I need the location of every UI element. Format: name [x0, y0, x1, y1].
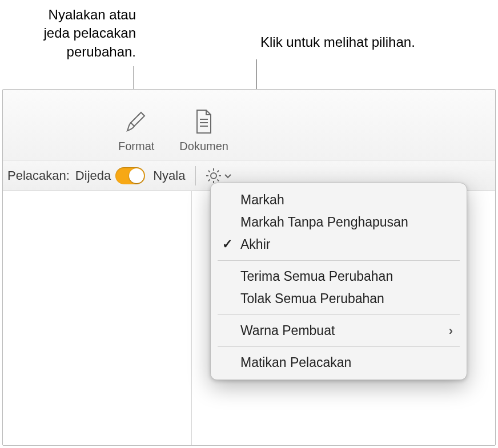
menu-item-label: Akhir	[240, 237, 270, 252]
checkmark-icon: ✓	[222, 237, 232, 252]
tracking-label: Pelacakan:	[7, 168, 71, 183]
svg-point-3	[211, 173, 216, 179]
tracking-status-paused: Dijeda	[75, 168, 111, 183]
document-split-line	[191, 191, 192, 445]
menu-item-final[interactable]: ✓ Akhir	[211, 233, 467, 256]
menu-item-label: Matikan Pelacakan	[240, 355, 351, 370]
menu-item-accept-all[interactable]: Terima Semua Perubahan	[211, 265, 467, 288]
chevron-down-icon	[223, 171, 232, 180]
menu-item-markup[interactable]: Markah	[211, 189, 467, 211]
chevron-right-icon: ›	[449, 324, 453, 338]
menu-separator	[218, 260, 460, 261]
menu-item-label: Tolak Semua Perubahan	[240, 291, 384, 306]
gear-icon	[205, 167, 222, 184]
document-button-label: Dokumen	[179, 140, 228, 153]
menu-item-label: Markah	[240, 192, 284, 208]
menu-item-label: Markah Tanpa Penghapusan	[240, 215, 408, 230]
callout-right-text: Klik untuk melihat pilihan.	[260, 34, 415, 50]
svg-line-9	[218, 179, 219, 181]
svg-line-11	[218, 170, 219, 172]
tracking-options-menu: Markah Markah Tanpa Penghapusan ✓ Akhir …	[210, 183, 467, 380]
tracking-status-on: Nyala	[150, 168, 190, 183]
menu-item-author-color[interactable]: Warna Pembuat ›	[211, 320, 467, 342]
document-icon	[189, 107, 219, 136]
menu-item-label: Warna Pembuat	[240, 323, 335, 338]
main-toolbar: Format Dokumen	[3, 90, 495, 160]
svg-line-8	[208, 170, 210, 172]
tracking-toggle-knob	[129, 168, 144, 183]
separator	[195, 166, 196, 185]
callout-right: Klik untuk melihat pilihan.	[260, 33, 415, 51]
paintbrush-icon	[122, 107, 151, 136]
document-button[interactable]: Dokumen	[176, 102, 232, 160]
menu-item-reject-all[interactable]: Tolak Semua Perubahan	[211, 288, 467, 310]
tracking-toggle[interactable]	[115, 167, 145, 184]
annotation-callouts: Nyalakan atau jeda pelacakan perubahan. …	[0, 0, 498, 74]
format-button-label: Format	[118, 140, 154, 153]
svg-line-10	[208, 179, 210, 181]
menu-separator	[218, 314, 460, 315]
menu-item-turn-off-tracking[interactable]: Matikan Pelacakan	[211, 352, 467, 374]
format-button[interactable]: Format	[115, 102, 158, 160]
menu-separator	[218, 346, 460, 347]
menu-item-label: Terima Semua Perubahan	[240, 269, 393, 284]
callout-left: Nyalakan atau jeda pelacakan perubahan.	[22, 6, 136, 61]
callout-left-text: Nyalakan atau jeda pelacakan perubahan.	[44, 7, 136, 59]
menu-item-markup-no-deletions[interactable]: Markah Tanpa Penghapusan	[211, 211, 467, 233]
